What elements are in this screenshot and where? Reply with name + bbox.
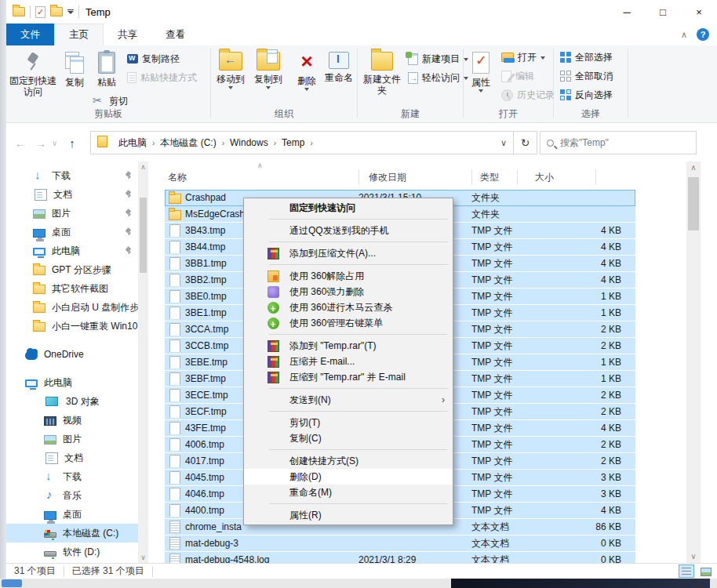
- sidebar-item-OneDrive[interactable]: OneDrive: [6, 345, 138, 364]
- breadcrumb-item[interactable]: Temp: [277, 137, 309, 148]
- up-button[interactable]: ↑: [63, 136, 82, 150]
- menu-item[interactable]: 剪切(T): [244, 415, 453, 430]
- sidebar-item-桌面[interactable]: 桌面: [6, 223, 138, 241]
- menu-item[interactable]: 使用 360进行木马云查杀: [244, 299, 453, 315]
- breadcrumb-item[interactable]: 此电脑: [114, 136, 151, 150]
- menu-item[interactable]: 使用 360解除占用: [244, 268, 453, 284]
- sidebar-item-图片[interactable]: 图片: [6, 204, 138, 223]
- sidebar-item-视频[interactable]: 视频: [6, 411, 138, 430]
- column-header-name[interactable]: 名称: [168, 171, 187, 184]
- history-button[interactable]: 历史记录: [498, 86, 558, 103]
- close-button[interactable]: ×: [681, 0, 717, 24]
- menu-item[interactable]: 重命名(M): [244, 485, 453, 500]
- menu-item[interactable]: 创建快捷方式(S): [244, 453, 453, 469]
- copy-button[interactable]: 复制: [60, 48, 89, 89]
- collapse-ribbon-icon[interactable]: ∧: [681, 30, 687, 40]
- column-header-type[interactable]: 类型: [480, 171, 499, 184]
- new-folder-button[interactable]: 新建文件夹: [361, 48, 403, 96]
- sidebar-item-小白一键重装-Win10[interactable]: 小白一键重装 Win10: [6, 317, 138, 336]
- sidebar-item-图片[interactable]: 图片: [6, 430, 138, 448]
- file-row[interactable]: mat-debug-3文本文档0 KB: [165, 535, 635, 552]
- qat-customize-icon[interactable]: [67, 9, 74, 14]
- column-header-date[interactable]: 修改日期: [369, 171, 406, 184]
- sidebar-item-下载[interactable]: 下载: [6, 467, 138, 486]
- sidebar-item-桌面[interactable]: 桌面: [6, 505, 138, 524]
- filelist-scrollbar[interactable]: ∧ ∨: [686, 162, 701, 563]
- tab-share[interactable]: 共享: [104, 24, 151, 45]
- open-icon: [501, 53, 514, 62]
- copy-path-button[interactable]: 复制路径: [124, 50, 183, 67]
- sidebar-item-文档[interactable]: 文档: [6, 448, 138, 467]
- sidebar-item-文档[interactable]: 文档: [6, 185, 138, 204]
- rename-button[interactable]: 重命名: [322, 48, 355, 84]
- forward-button[interactable]: →: [31, 136, 50, 150]
- properties-button[interactable]: 属性: [465, 48, 497, 93]
- properties-qat-icon[interactable]: [35, 6, 45, 18]
- sidebar-item-GPT-分区步骤[interactable]: GPT 分区步骤: [6, 260, 138, 279]
- search-input[interactable]: 搜索"Temp": [540, 131, 697, 154]
- file-row[interactable]: mat-debug-4548.log2021/3/1 8:29文本文档0 KB: [165, 552, 635, 563]
- maximize-button[interactable]: □: [645, 0, 681, 24]
- file-type: TMP 文件: [471, 455, 527, 468]
- menu-item[interactable]: 删除(D): [244, 469, 453, 485]
- sidebar-item-其它软件截图[interactable]: 其它软件截图: [6, 279, 138, 298]
- menu-item[interactable]: 压缩并 E-mail...: [244, 354, 453, 369]
- sidebar-item-本地磁盘-(C:)[interactable]: 本地磁盘 (C:): [6, 524, 138, 543]
- scrollbar-thumb[interactable]: [688, 177, 699, 230]
- menu-item[interactable]: 发送到(N)›: [244, 392, 453, 408]
- tab-file[interactable]: 文件: [6, 24, 54, 45]
- menu-item[interactable]: 通过QQ发送到我的手机: [244, 223, 453, 238]
- paste-shortcut-button[interactable]: 粘贴快捷方式: [124, 69, 200, 86]
- scroll-down-icon[interactable]: ∨: [686, 550, 701, 563]
- scroll-up-icon[interactable]: ∧: [138, 162, 148, 172]
- menu-item[interactable]: 添加到 "Temp.rar"(T): [244, 338, 453, 354]
- address-box[interactable]: 此电脑›本地磁盘 (C:)›Windows›Temp› ∨: [90, 131, 514, 154]
- pin-to-quick-access-button[interactable]: 固定到快速访问: [8, 48, 58, 98]
- menu-item[interactable]: 复制(C): [244, 430, 453, 446]
- scrollbar-thumb[interactable]: [140, 198, 147, 273]
- scroll-down-icon[interactable]: ∨: [138, 552, 148, 563]
- tab-home[interactable]: 主页: [54, 24, 104, 45]
- sidebar-scrollbar[interactable]: ∧ ∨: [138, 162, 148, 563]
- sidebar-item-音乐[interactable]: 音乐: [6, 486, 138, 505]
- menu-item[interactable]: 属性(R): [244, 507, 453, 523]
- move-to-button[interactable]: 移动到: [213, 48, 249, 90]
- open-button[interactable]: 打开: [498, 49, 548, 66]
- menu-item[interactable]: 固定到快速访问: [244, 200, 453, 216]
- details-view-button[interactable]: [679, 565, 693, 577]
- address-dropdown-icon[interactable]: ∨: [494, 138, 513, 148]
- large-icons-view-button[interactable]: [698, 565, 712, 577]
- column-header-size[interactable]: 大小: [535, 171, 554, 184]
- delete-button[interactable]: × 删除: [291, 48, 322, 92]
- sidebar-item-下载[interactable]: 下载: [6, 166, 138, 185]
- sidebar-item-3D-对象[interactable]: 3D 对象: [6, 392, 138, 411]
- recent-locations-icon[interactable]: ∨: [52, 139, 61, 147]
- new-folder-qat-icon[interactable]: [50, 7, 63, 16]
- select-none-button[interactable]: 全部取消: [557, 67, 616, 85]
- menu-item[interactable]: 添加到压缩文件(A)...: [244, 245, 453, 261]
- tab-view[interactable]: 查看: [151, 24, 199, 45]
- sidebar-item-此电脑[interactable]: 此电脑: [6, 241, 138, 260]
- menu-item[interactable]: 使用 360强力删除: [244, 284, 453, 299]
- easy-access-button[interactable]: 轻松访问: [405, 69, 471, 86]
- scroll-up-icon[interactable]: ∧: [686, 162, 701, 174]
- minimize-button[interactable]: ─: [609, 0, 645, 24]
- menu-item[interactable]: 使用 360管理右键菜单: [244, 315, 453, 331]
- invert-selection-button[interactable]: 反向选择: [557, 86, 616, 103]
- sidebar-item-小白启动-U-盘制作步[interactable]: 小白启动 U 盘制作步: [6, 298, 138, 317]
- breadcrumb-item[interactable]: Windows: [225, 137, 273, 148]
- copy-to-button[interactable]: 复制到: [250, 48, 286, 90]
- menu-item[interactable]: 压缩到 "Temp.rar" 并 E-mail: [244, 369, 453, 385]
- select-all-button[interactable]: 全部选择: [557, 49, 616, 66]
- refresh-button[interactable]: ↻: [514, 131, 537, 154]
- breadcrumb-item[interactable]: 本地磁盘 (C:): [155, 136, 220, 150]
- copy-path-icon: [127, 54, 138, 64]
- back-button[interactable]: ←: [11, 136, 30, 150]
- new-item-button[interactable]: 新建项目: [405, 50, 471, 67]
- paste-button[interactable]: 粘贴: [91, 48, 122, 89]
- drive-c-icon: [44, 532, 56, 538]
- edit-button[interactable]: 编辑: [498, 67, 537, 85]
- sidebar-item-软件-(D:)[interactable]: 软件 (D:): [6, 543, 138, 561]
- sidebar-item-此电脑[interactable]: 此电脑: [6, 373, 138, 392]
- help-icon[interactable]: ?: [697, 28, 709, 41]
